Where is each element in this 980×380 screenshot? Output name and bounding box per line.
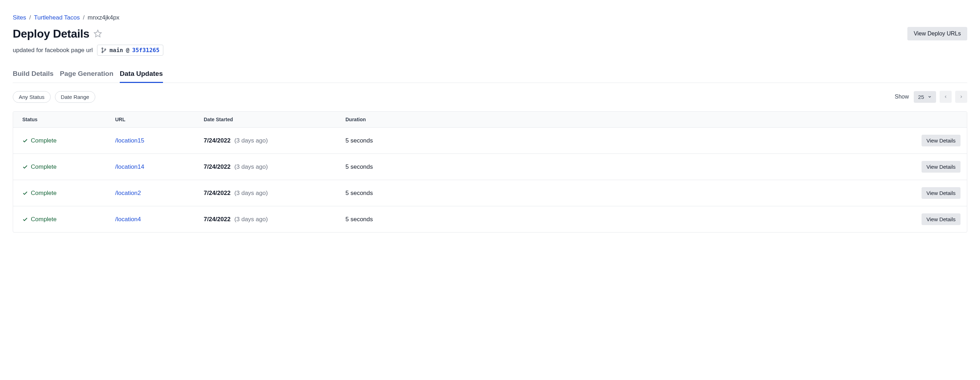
tab-build-details[interactable]: Build Details (13, 70, 54, 83)
col-url: URL (115, 117, 204, 122)
col-actions (897, 117, 961, 122)
status-cell: Complete (19, 137, 115, 144)
check-icon (22, 217, 28, 222)
page-header: Deploy Details View Deploy URLs (13, 27, 967, 40)
actions-cell: View Details (897, 187, 961, 199)
svg-point-2 (102, 51, 103, 53)
date-relative: (3 days ago) (234, 216, 268, 223)
pager: Show 25 (895, 91, 967, 103)
git-ref-chip[interactable]: main@35f31265 (97, 45, 163, 56)
tab-data-updates[interactable]: Data Updates (120, 70, 162, 83)
url-cell[interactable]: /location2 (115, 190, 204, 197)
git-branch-icon (101, 48, 107, 53)
date-started-cell: 7/24/2022 (3 days ago) (204, 216, 345, 223)
check-icon (22, 138, 28, 144)
date-relative: (3 days ago) (234, 163, 268, 170)
status-label: Complete (31, 137, 57, 144)
check-icon (22, 164, 28, 170)
page-title: Deploy Details (13, 27, 89, 40)
star-icon[interactable] (94, 29, 102, 38)
svg-point-3 (105, 49, 106, 49)
page-size-select[interactable]: 25 (914, 91, 936, 103)
filter-date-range[interactable]: Date Range (55, 91, 95, 103)
col-date-started: Date Started (204, 117, 345, 122)
view-details-button[interactable]: View Details (921, 213, 961, 225)
status-cell: Complete (19, 163, 115, 171)
table-row: Complete /location14 7/24/2022 (3 days a… (13, 154, 967, 180)
date-value: 7/24/2022 (204, 190, 231, 196)
filters: Any Status Date Range (13, 91, 95, 103)
git-hash: 35f31265 (132, 47, 159, 54)
table-header: Status URL Date Started Duration (13, 112, 967, 128)
duration-cell: 5 seconds (345, 216, 897, 223)
subtitle-row: updated for facebook page url main@35f31… (13, 45, 967, 56)
git-at: @ (126, 47, 129, 54)
next-page-button[interactable] (955, 91, 967, 103)
view-details-button[interactable]: View Details (921, 187, 961, 199)
actions-cell: View Details (897, 213, 961, 225)
breadcrumb: Sites / Turtlehead Tacos / mnxz4jk4px (13, 14, 967, 21)
status-label: Complete (31, 163, 57, 171)
breadcrumb-site[interactable]: Turtlehead Tacos (34, 14, 80, 21)
git-branch: main (110, 47, 123, 54)
date-relative: (3 days ago) (234, 137, 268, 144)
svg-point-1 (102, 48, 103, 49)
date-started-cell: 7/24/2022 (3 days ago) (204, 163, 345, 171)
status-cell: Complete (19, 216, 115, 223)
table-row: Complete /location15 7/24/2022 (3 days a… (13, 128, 967, 154)
date-value: 7/24/2022 (204, 163, 231, 170)
date-started-cell: 7/24/2022 (3 days ago) (204, 137, 345, 144)
table-row: Complete /location2 7/24/2022 (3 days ag… (13, 180, 967, 206)
show-label: Show (895, 94, 909, 100)
date-relative: (3 days ago) (234, 190, 268, 196)
view-details-button[interactable]: View Details (921, 161, 961, 172)
page-size-value: 25 (918, 94, 924, 100)
url-cell[interactable]: /location15 (115, 137, 204, 144)
table-body: Complete /location15 7/24/2022 (3 days a… (13, 128, 967, 232)
chevron-down-icon (928, 95, 932, 99)
controls-row: Any Status Date Range Show 25 (13, 91, 967, 103)
filter-status[interactable]: Any Status (13, 91, 51, 103)
duration-cell: 5 seconds (345, 137, 897, 144)
status-label: Complete (31, 190, 57, 197)
tabs: Build Details Page Generation Data Updat… (13, 70, 967, 83)
col-status: Status (19, 117, 115, 122)
breadcrumb-sep: / (83, 14, 85, 21)
view-details-button[interactable]: View Details (921, 135, 961, 146)
chevron-right-icon (959, 95, 963, 99)
duration-cell: 5 seconds (345, 190, 897, 197)
status-cell: Complete (19, 190, 115, 197)
breadcrumb-sep: / (29, 14, 31, 21)
title-group: Deploy Details (13, 27, 102, 40)
breadcrumb-deploy-id: mnxz4jk4px (88, 14, 119, 21)
status-label: Complete (31, 216, 57, 223)
data-updates-table: Status URL Date Started Duration Complet… (13, 111, 967, 233)
date-started-cell: 7/24/2022 (3 days ago) (204, 190, 345, 197)
check-icon (22, 190, 28, 196)
tab-page-generation[interactable]: Page Generation (60, 70, 113, 83)
breadcrumb-sites[interactable]: Sites (13, 14, 26, 21)
date-value: 7/24/2022 (204, 216, 231, 223)
chevron-left-icon (943, 95, 948, 99)
col-duration: Duration (345, 117, 897, 122)
view-deploy-urls-button[interactable]: View Deploy URLs (907, 27, 967, 40)
actions-cell: View Details (897, 135, 961, 146)
svg-marker-0 (94, 30, 101, 37)
duration-cell: 5 seconds (345, 163, 897, 171)
table-row: Complete /location4 7/24/2022 (3 days ag… (13, 206, 967, 232)
deploy-subtitle: updated for facebook page url (13, 47, 93, 54)
url-cell[interactable]: /location14 (115, 163, 204, 171)
date-value: 7/24/2022 (204, 137, 231, 144)
url-cell[interactable]: /location4 (115, 216, 204, 223)
prev-page-button[interactable] (940, 91, 951, 103)
actions-cell: View Details (897, 161, 961, 172)
